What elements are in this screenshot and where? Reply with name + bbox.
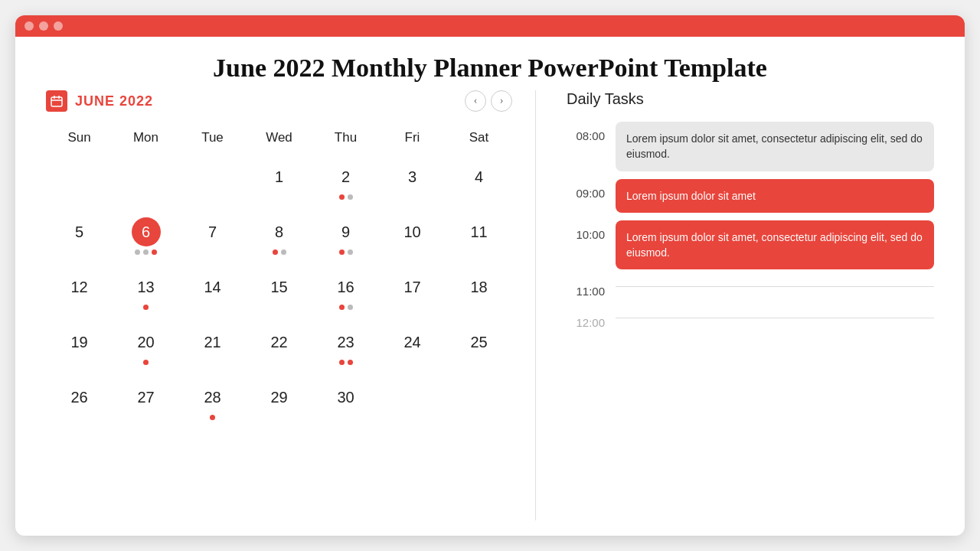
page-title: June 2022 Monthly Planner PowerPoint Tem… — [15, 37, 965, 90]
task-divider-1200 — [616, 318, 934, 318]
task-row-0900: 09:00 Lorem ipsum dolor sit amet — [567, 179, 934, 213]
day-cell-23[interactable]: 23 — [312, 321, 379, 377]
day-cell-9[interactable]: 9 — [312, 211, 379, 266]
day-cell-25[interactable]: 25 — [446, 321, 512, 377]
traffic-light-2 — [39, 21, 48, 31]
day-cell-22[interactable]: 22 — [246, 321, 312, 377]
calendar-header: JUNE 2022 ‹ › — [46, 90, 512, 112]
task-bubble-0900: Lorem ipsum dolor sit amet — [616, 179, 934, 213]
day-cell-7[interactable]: 7 — [179, 211, 246, 266]
day-cell-13[interactable]: 13 — [113, 266, 179, 321]
tasks-panel: Daily Tasks 08:00 Lorem ipsum dolor sit … — [559, 90, 934, 520]
month-label-text: JUNE 2022 — [75, 93, 153, 109]
task-time-0800: 08:00 — [567, 122, 605, 142]
task-time-1200: 12:00 — [567, 308, 605, 329]
day-cell-empty — [379, 377, 446, 432]
day-cell-19[interactable]: 19 — [46, 321, 113, 377]
task-row-1200: 12:00 — [567, 308, 934, 329]
tasks-title: Daily Tasks — [567, 90, 934, 108]
day-cell-3[interactable]: 3 — [379, 156, 446, 211]
day-cell-30[interactable]: 30 — [312, 377, 379, 432]
day-cell-21[interactable]: 21 — [179, 321, 246, 377]
day-cell-4[interactable]: 4 — [446, 156, 512, 211]
main-window: June 2022 Monthly Planner PowerPoint Tem… — [15, 15, 965, 536]
next-month-button[interactable]: › — [491, 90, 512, 112]
day-header-wed: Wed — [246, 124, 312, 156]
task-time-0900: 09:00 — [567, 179, 605, 200]
day-cell-empty — [46, 156, 113, 211]
day-cell-26[interactable]: 26 — [46, 377, 113, 432]
day-cell-15[interactable]: 15 — [246, 266, 312, 321]
day-header-sun: Sun — [46, 124, 113, 156]
task-row-1000: 10:00 Lorem ipsum dolor sit amet, consec… — [567, 220, 934, 270]
task-time-1100: 11:00 — [567, 277, 605, 298]
day-cell-17[interactable]: 17 — [379, 266, 446, 321]
day-header-sat: Sat — [446, 124, 512, 156]
month-label: JUNE 2022 — [46, 90, 153, 112]
day-cell-28[interactable]: 28 — [179, 377, 246, 432]
day-cell-8[interactable]: 8 — [246, 211, 312, 266]
title-bar — [15, 15, 965, 37]
day-header-tue: Tue — [179, 124, 246, 156]
prev-month-button[interactable]: ‹ — [465, 90, 486, 112]
day-cell-empty — [179, 156, 246, 211]
calendar-panel: JUNE 2022 ‹ › Sun Mon Tue Wed Thu Fri Sa… — [46, 90, 536, 520]
day-cell-12[interactable]: 12 — [46, 266, 113, 321]
day-cell-10[interactable]: 10 — [379, 211, 446, 266]
calendar-icon — [46, 90, 67, 112]
day-cell-11[interactable]: 11 — [446, 211, 512, 266]
day-cell-1[interactable]: 1 — [246, 156, 312, 211]
task-bubble-0800: Lorem ipsum dolor sit amet, consectetur … — [616, 122, 934, 171]
day-cell-14[interactable]: 14 — [179, 266, 246, 321]
day-header-mon: Mon — [113, 124, 179, 156]
day-cell-5[interactable]: 5 — [46, 211, 113, 266]
task-time-1000: 10:00 — [567, 220, 605, 241]
task-row-1100: 11:00 — [567, 277, 934, 298]
day-cell-24[interactable]: 24 — [379, 321, 446, 377]
day-cell-29[interactable]: 29 — [246, 377, 312, 432]
day-header-fri: Fri — [379, 124, 446, 156]
traffic-light-1 — [24, 21, 34, 31]
day-cell-6[interactable]: 6 — [113, 211, 179, 266]
task-row-0800: 08:00 Lorem ipsum dolor sit amet, consec… — [567, 122, 934, 171]
day-cell-empty — [446, 377, 512, 432]
calendar-grid: Sun Mon Tue Wed Thu Fri Sat 1 2 3 4 — [46, 124, 512, 432]
day-cell-2[interactable]: 2 — [312, 156, 379, 211]
task-divider-1100 — [616, 286, 934, 287]
day-cell-empty — [113, 156, 179, 211]
task-bubble-1000: Lorem ipsum dolor sit amet, consectetur … — [616, 220, 934, 270]
svg-rect-0 — [51, 97, 62, 106]
day-cell-27[interactable]: 27 — [113, 377, 179, 432]
content-area: JUNE 2022 ‹ › Sun Mon Tue Wed Thu Fri Sa… — [15, 90, 965, 536]
day-cell-20[interactable]: 20 — [113, 321, 179, 377]
day-header-thu: Thu — [312, 124, 379, 156]
day-cell-16[interactable]: 16 — [312, 266, 379, 321]
day-cell-18[interactable]: 18 — [446, 266, 512, 321]
traffic-light-3 — [54, 21, 63, 31]
nav-buttons: ‹ › — [465, 90, 512, 112]
